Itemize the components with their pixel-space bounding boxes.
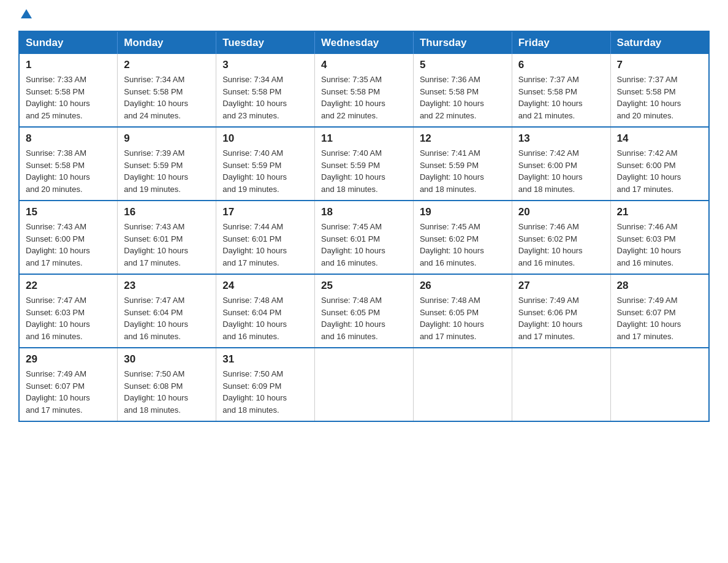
calendar-cell: 7 Sunrise: 7:37 AM Sunset: 5:58 PM Dayli…	[610, 54, 709, 127]
day-info: Sunrise: 7:39 AM Sunset: 5:59 PM Dayligh…	[124, 147, 210, 195]
day-number: 4	[321, 59, 407, 71]
day-header-friday: Friday	[512, 31, 610, 54]
day-number: 17	[222, 206, 308, 218]
day-number: 11	[321, 132, 407, 145]
day-info: Sunrise: 7:46 AM Sunset: 6:02 PM Dayligh…	[518, 221, 604, 269]
day-info: Sunrise: 7:49 AM Sunset: 6:07 PM Dayligh…	[26, 368, 111, 416]
calendar-cell: 29 Sunrise: 7:49 AM Sunset: 6:07 PM Dayl…	[19, 348, 118, 421]
calendar-cell: 24 Sunrise: 7:48 AM Sunset: 6:04 PM Dayl…	[216, 274, 315, 348]
day-info: Sunrise: 7:42 AM Sunset: 6:00 PM Dayligh…	[518, 147, 604, 195]
day-info: Sunrise: 7:48 AM Sunset: 6:04 PM Dayligh…	[222, 294, 308, 342]
calendar-cell	[610, 348, 709, 421]
calendar-cell: 19 Sunrise: 7:45 AM Sunset: 6:02 PM Dayl…	[413, 201, 512, 274]
logo-triangle-icon	[20, 7, 33, 21]
calendar-cell: 25 Sunrise: 7:48 AM Sunset: 6:05 PM Dayl…	[315, 274, 414, 348]
calendar-cell: 14 Sunrise: 7:42 AM Sunset: 6:00 PM Dayl…	[610, 127, 709, 201]
day-header-sunday: Sunday	[19, 31, 118, 54]
day-header-monday: Monday	[118, 31, 216, 54]
calendar-cell: 15 Sunrise: 7:43 AM Sunset: 6:00 PM Dayl…	[19, 201, 118, 274]
day-info: Sunrise: 7:37 AM Sunset: 5:58 PM Dayligh…	[617, 74, 702, 121]
day-info: Sunrise: 7:45 AM Sunset: 6:01 PM Dayligh…	[321, 221, 407, 269]
day-header-tuesday: Tuesday	[216, 31, 315, 54]
calendar-cell: 26 Sunrise: 7:48 AM Sunset: 6:05 PM Dayl…	[413, 274, 512, 348]
calendar-cell: 20 Sunrise: 7:46 AM Sunset: 6:02 PM Dayl…	[512, 201, 610, 274]
calendar-cell: 21 Sunrise: 7:46 AM Sunset: 6:03 PM Dayl…	[610, 201, 709, 274]
calendar-cell: 22 Sunrise: 7:47 AM Sunset: 6:03 PM Dayl…	[19, 274, 118, 348]
page-header	[18, 12, 710, 18]
day-number: 19	[420, 206, 506, 218]
calendar-cell	[413, 348, 512, 421]
calendar-week-row: 1 Sunrise: 7:33 AM Sunset: 5:58 PM Dayli…	[19, 54, 709, 127]
day-info: Sunrise: 7:47 AM Sunset: 6:03 PM Dayligh…	[26, 294, 111, 342]
day-number: 18	[321, 206, 407, 218]
day-number: 6	[518, 59, 604, 71]
day-info: Sunrise: 7:34 AM Sunset: 5:58 PM Dayligh…	[124, 74, 210, 121]
day-number: 1	[26, 59, 111, 71]
day-number: 14	[617, 132, 702, 145]
calendar-cell: 1 Sunrise: 7:33 AM Sunset: 5:58 PM Dayli…	[19, 54, 118, 127]
calendar-cell: 10 Sunrise: 7:40 AM Sunset: 5:59 PM Dayl…	[216, 127, 315, 201]
calendar-cell: 3 Sunrise: 7:34 AM Sunset: 5:58 PM Dayli…	[216, 54, 315, 127]
day-number: 12	[420, 132, 506, 145]
day-info: Sunrise: 7:50 AM Sunset: 6:09 PM Dayligh…	[222, 368, 308, 416]
day-info: Sunrise: 7:37 AM Sunset: 5:58 PM Dayligh…	[518, 74, 604, 121]
day-number: 5	[420, 59, 506, 71]
calendar-cell: 30 Sunrise: 7:50 AM Sunset: 6:08 PM Dayl…	[118, 348, 216, 421]
calendar-cell: 18 Sunrise: 7:45 AM Sunset: 6:01 PM Dayl…	[315, 201, 414, 274]
day-number: 15	[26, 206, 111, 218]
day-number: 25	[321, 280, 407, 292]
calendar-cell: 13 Sunrise: 7:42 AM Sunset: 6:00 PM Dayl…	[512, 127, 610, 201]
calendar-cell: 4 Sunrise: 7:35 AM Sunset: 5:58 PM Dayli…	[315, 54, 414, 127]
calendar-cell	[512, 348, 610, 421]
calendar-cell	[315, 348, 414, 421]
calendar-cell: 12 Sunrise: 7:41 AM Sunset: 5:59 PM Dayl…	[413, 127, 512, 201]
svg-marker-0	[21, 9, 32, 18]
day-number: 21	[617, 206, 702, 218]
day-info: Sunrise: 7:38 AM Sunset: 5:58 PM Dayligh…	[26, 147, 111, 195]
day-number: 27	[518, 280, 604, 292]
day-info: Sunrise: 7:43 AM Sunset: 6:00 PM Dayligh…	[26, 221, 111, 269]
day-number: 28	[617, 280, 702, 292]
calendar-week-row: 8 Sunrise: 7:38 AM Sunset: 5:58 PM Dayli…	[19, 127, 709, 201]
day-number: 31	[222, 353, 308, 366]
day-info: Sunrise: 7:40 AM Sunset: 5:59 PM Dayligh…	[222, 147, 308, 195]
day-number: 24	[222, 280, 308, 292]
day-info: Sunrise: 7:35 AM Sunset: 5:58 PM Dayligh…	[321, 74, 407, 121]
day-info: Sunrise: 7:48 AM Sunset: 6:05 PM Dayligh…	[321, 294, 407, 342]
calendar-cell: 27 Sunrise: 7:49 AM Sunset: 6:06 PM Dayl…	[512, 274, 610, 348]
day-number: 10	[222, 132, 308, 145]
day-number: 9	[124, 132, 210, 145]
day-number: 3	[222, 59, 308, 71]
calendar-table: SundayMondayTuesdayWednesdayThursdayFrid…	[18, 31, 710, 422]
calendar-cell: 28 Sunrise: 7:49 AM Sunset: 6:07 PM Dayl…	[610, 274, 709, 348]
day-info: Sunrise: 7:41 AM Sunset: 5:59 PM Dayligh…	[420, 147, 506, 195]
day-info: Sunrise: 7:44 AM Sunset: 6:01 PM Dayligh…	[222, 221, 308, 269]
day-number: 2	[124, 59, 210, 71]
calendar-header-row: SundayMondayTuesdayWednesdayThursdayFrid…	[19, 31, 709, 54]
day-info: Sunrise: 7:42 AM Sunset: 6:00 PM Dayligh…	[617, 147, 702, 195]
day-number: 20	[518, 206, 604, 218]
day-number: 8	[26, 132, 111, 145]
calendar-cell: 23 Sunrise: 7:47 AM Sunset: 6:04 PM Dayl…	[118, 274, 216, 348]
calendar-cell: 6 Sunrise: 7:37 AM Sunset: 5:58 PM Dayli…	[512, 54, 610, 127]
day-number: 13	[518, 132, 604, 145]
day-number: 22	[26, 280, 111, 292]
day-header-thursday: Thursday	[413, 31, 512, 54]
day-number: 30	[124, 353, 210, 366]
calendar-week-row: 22 Sunrise: 7:47 AM Sunset: 6:03 PM Dayl…	[19, 274, 709, 348]
day-number: 16	[124, 206, 210, 218]
day-number: 29	[26, 353, 111, 366]
day-number: 26	[420, 280, 506, 292]
calendar-cell: 17 Sunrise: 7:44 AM Sunset: 6:01 PM Dayl…	[216, 201, 315, 274]
day-info: Sunrise: 7:43 AM Sunset: 6:01 PM Dayligh…	[124, 221, 210, 269]
day-info: Sunrise: 7:34 AM Sunset: 5:58 PM Dayligh…	[222, 74, 308, 121]
day-number: 7	[617, 59, 702, 71]
calendar-cell: 8 Sunrise: 7:38 AM Sunset: 5:58 PM Dayli…	[19, 127, 118, 201]
calendar-cell: 5 Sunrise: 7:36 AM Sunset: 5:58 PM Dayli…	[413, 54, 512, 127]
day-info: Sunrise: 7:33 AM Sunset: 5:58 PM Dayligh…	[26, 74, 111, 121]
calendar-cell: 2 Sunrise: 7:34 AM Sunset: 5:58 PM Dayli…	[118, 54, 216, 127]
logo	[18, 12, 33, 18]
day-info: Sunrise: 7:48 AM Sunset: 6:05 PM Dayligh…	[420, 294, 506, 342]
calendar-cell: 16 Sunrise: 7:43 AM Sunset: 6:01 PM Dayl…	[118, 201, 216, 274]
day-header-saturday: Saturday	[610, 31, 709, 54]
